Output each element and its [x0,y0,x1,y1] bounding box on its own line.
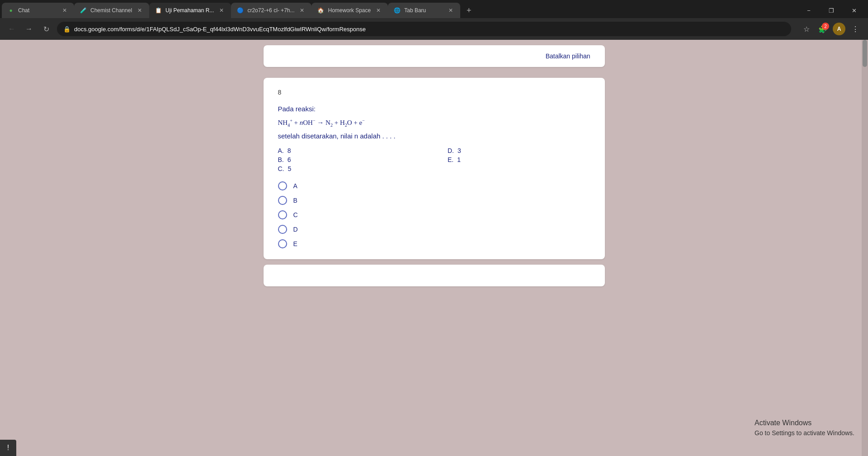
newtab-favicon: 🌐 [393,7,401,14]
radio-label-A: A [293,182,297,190]
tab-cr2o72-label: cr2o72-+6 cl- +7h... [247,7,294,14]
toolbar-icons: ☆ 🧩 2 A ⋮ [799,22,863,36]
option-E-letter: E. [448,156,453,163]
page-content: Batalkan pilihan 8 Pada reaksi: NH4+ + n… [0,40,868,456]
top-card: Batalkan pilihan [264,45,605,67]
radio-circle-A[interactable] [278,181,287,190]
option-B-value: 6 [288,156,291,163]
reaction-formula: NH4+ + nOH− → N2 + H2O + e− [278,118,590,128]
forward-button[interactable]: → [23,23,35,35]
option-C-letter: C. [278,165,284,172]
new-tab-button[interactable]: + [462,3,476,18]
tab-newtab-close[interactable]: ✕ [447,6,455,14]
radio-circle-C[interactable] [278,210,287,219]
window-controls: − ❐ ✕ [798,3,868,18]
url-bar[interactable]: 🔒 docs.google.com/forms/d/e/1FAIpQLSdJ_c… [57,22,791,36]
radio-label-E: E [293,240,297,247]
option-A-value: 8 [288,147,291,154]
radio-circle-D[interactable] [278,225,287,234]
radio-item-A[interactable]: A [278,181,590,190]
radio-circle-B[interactable] [278,196,287,205]
question-intro: Pada reaksi: [278,105,590,113]
option-A: A. 8 [278,147,421,154]
tab-chemist[interactable]: 🧪 Chemist Channel ✕ [74,3,149,18]
tab-homework-label: Homework Space [328,7,371,14]
address-bar: ← → ↻ 🔒 docs.google.com/forms/d/e/1FAIpQ… [0,18,868,40]
answer-options-grid: A. 8 D. 3 B. 6 E. 1 C. 5 [278,147,590,172]
radio-options: A B C D E [278,181,590,248]
reload-button[interactable]: ↻ [40,23,52,35]
question-card: 8 Pada reaksi: NH4+ + nOH− → N2 + H2O + … [264,78,605,259]
tab-chat-label: Chat [18,7,57,14]
tab-uji-label: Uji Pemahaman R... [165,7,214,14]
close-button[interactable]: ✕ [844,3,864,18]
avatar: A [833,23,845,35]
tab-chat-close[interactable]: ✕ [61,6,69,14]
option-E-value: 1 [457,156,461,163]
tab-homework-close[interactable]: ✕ [374,6,382,14]
option-B-letter: B. [278,156,284,163]
next-card [264,265,605,286]
tab-newtab-label: Tab Baru [404,7,443,14]
tab-uji-close[interactable]: ✕ [217,6,226,14]
batalkan-button[interactable]: Batalkan pilihan [546,52,590,60]
tab-cr2o72-close[interactable]: ✕ [298,6,306,14]
option-E: E. 1 [448,156,590,163]
tab-homework[interactable]: 🏠 Homework Space ✕ [311,3,388,18]
radio-item-B[interactable]: B [278,196,590,205]
tab-chemist-close[interactable]: ✕ [136,6,144,14]
tab-chat[interactable]: ● Chat ✕ [2,3,74,18]
extensions-icon[interactable]: 🧩 2 [816,22,830,36]
radio-label-B: B [293,197,297,204]
notif-badge: 2 [822,23,829,30]
option-B: B. 6 [278,156,421,163]
scrollbar-thumb[interactable] [863,40,867,67]
question-number: 8 [278,89,590,96]
radio-item-C[interactable]: C [278,210,590,219]
tab-bar: ● Chat ✕ 🧪 Chemist Channel ✕ 📋 Uji Pemah… [0,0,868,18]
radio-label-C: C [293,211,298,218]
scrollbar[interactable] [862,40,868,456]
bookmark-icon[interactable]: ☆ [799,22,814,36]
chat-favicon: ● [7,7,14,14]
cr2o72-favicon: 🔵 [236,7,244,14]
tab-cr2o72[interactable]: 🔵 cr2o72-+6 cl- +7h... ✕ [231,3,311,18]
radio-item-D[interactable]: D [278,225,590,234]
url-text: docs.google.com/forms/d/e/1FAIpQLSdJ_cSa… [74,26,785,33]
menu-icon[interactable]: ⋮ [848,22,863,36]
profile-icon[interactable]: A [832,22,846,36]
maximize-button[interactable]: ❐ [821,3,842,18]
option-C: C. 5 [278,165,421,172]
homework-favicon: 🏠 [317,7,324,14]
uji-favicon: 📋 [155,7,162,14]
question-subtitle: setelah disetarakan, nilai n adalah . . … [278,132,590,140]
option-C-value: 5 [288,165,292,172]
tab-chemist-label: Chemist Channel [90,7,132,14]
option-A-letter: A. [278,147,284,154]
lock-icon: 🔒 [63,26,71,33]
card-top: Batalkan pilihan [264,45,605,67]
radio-item-E[interactable]: E [278,239,590,248]
minimize-button[interactable]: − [798,3,819,18]
option-D-letter: D. [448,147,454,154]
back-button[interactable]: ← [5,23,18,35]
radio-circle-E[interactable] [278,239,287,248]
tab-uji[interactable]: 📋 Uji Pemahaman R... ✕ [149,3,231,18]
option-D: D. 3 [448,147,590,154]
feedback-button[interactable]: ! [0,440,16,456]
option-D-value: 3 [458,147,461,154]
tab-newtab[interactable]: 🌐 Tab Baru ✕ [388,3,460,18]
chemist-favicon: 🧪 [80,7,87,14]
browser-chrome: ● Chat ✕ 🧪 Chemist Channel ✕ 📋 Uji Pemah… [0,0,868,40]
radio-label-D: D [293,226,298,233]
